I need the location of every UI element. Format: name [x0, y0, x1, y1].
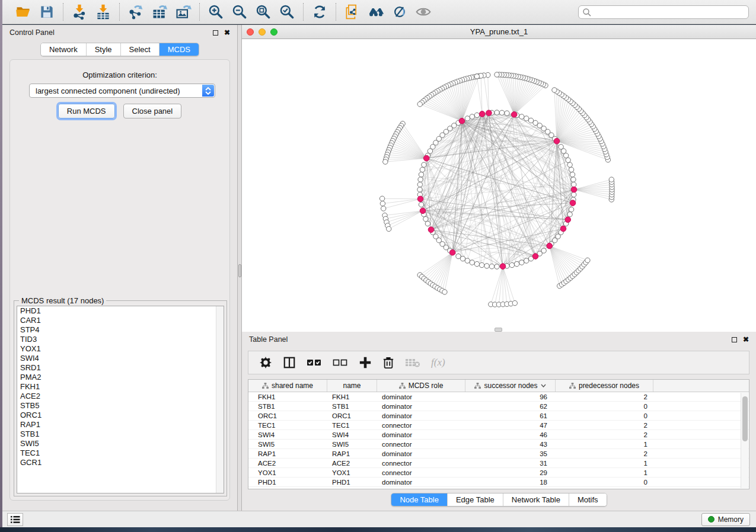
mcds-result-item[interactable]: RAP1 [17, 420, 224, 430]
delete-trash-icon[interactable] [382, 356, 394, 369]
cell-predecessor-nodes[interactable]: 2 [556, 449, 653, 458]
table-row[interactable]: ORC1ORC1dominator610 [248, 411, 749, 421]
settings-gear-icon[interactable] [259, 356, 272, 369]
tab-motifs[interactable]: Motifs [569, 493, 607, 506]
search-network-icon[interactable] [366, 3, 386, 21]
export-image-icon[interactable] [173, 3, 193, 21]
mcds-result-item[interactable]: FKH1 [17, 382, 224, 392]
column-header-predecessor-nodes[interactable]: predecessor nodes [556, 380, 653, 392]
cell-MCDS-role[interactable]: connector [377, 440, 465, 448]
vertical-splitter[interactable] [237, 25, 242, 511]
mcds-result-item[interactable]: SWI5 [17, 439, 224, 448]
cell-name[interactable]: YOX1 [327, 468, 377, 477]
cell-MCDS-role[interactable]: dominator [377, 392, 465, 401]
cell-shared-name[interactable]: ACE2 [248, 459, 327, 467]
column-header-MCDS-role[interactable]: MCDS role [377, 380, 465, 392]
column-header-shared-name[interactable]: shared name [248, 380, 327, 392]
table-row[interactable]: YOX1YOX1connector291 [248, 468, 749, 477]
cell-successor-nodes[interactable]: 46 [465, 430, 556, 439]
mcds-result-item[interactable]: TEC1 [17, 448, 224, 458]
table-scrollbar-thumb[interactable] [742, 396, 748, 441]
cell-shared-name[interactable]: TEC1 [248, 421, 327, 430]
export-table-icon[interactable] [149, 3, 170, 21]
cell-MCDS-role[interactable]: dominator [377, 449, 465, 458]
mcds-result-item[interactable]: ORC1 [17, 411, 224, 420]
cell-MCDS-role[interactable]: dominator [377, 430, 465, 439]
mcds-result-item[interactable]: GCR1 [17, 458, 224, 467]
zoom-fit-icon[interactable] [253, 3, 273, 21]
horizontal-splitter-handle[interactable] [495, 328, 502, 332]
search-input[interactable] [578, 5, 749, 19]
network-window-titlebar[interactable]: YPA_prune.txt_1 [242, 25, 756, 39]
column-layout-icon[interactable] [283, 356, 296, 369]
mcds-result-item[interactable]: PHD1 [17, 306, 224, 316]
add-plus-icon[interactable] [359, 356, 372, 369]
mcds-result-item[interactable]: STP4 [17, 325, 224, 335]
table-row[interactable]: STB1STB1dominator620 [248, 402, 749, 411]
cell-successor-nodes[interactable]: 35 [465, 449, 556, 458]
cell-MCDS-role[interactable]: connector [377, 468, 465, 477]
cell-predecessor-nodes[interactable]: 1 [556, 440, 653, 448]
criterion-dropdown[interactable]: largest connected component (undirected) [29, 84, 215, 98]
cell-shared-name[interactable]: RAP1 [248, 449, 327, 458]
table-row[interactable]: RAP1RAP1dominator352 [248, 449, 749, 459]
run-mcds-button[interactable]: Run MCDS [58, 104, 115, 118]
tab-select[interactable]: Select [121, 43, 160, 56]
task-history-button[interactable] [7, 513, 23, 526]
cell-MCDS-role[interactable]: dominator [377, 477, 465, 486]
cell-name[interactable]: ACE2 [327, 459, 377, 467]
mcds-result-item[interactable]: CAR1 [17, 316, 224, 325]
table-row[interactable]: SWI4SWI4dominator462 [248, 430, 749, 440]
cell-successor-nodes[interactable]: 29 [465, 468, 556, 477]
export-network-icon[interactable] [126, 3, 146, 21]
mcds-result-list[interactable]: PHD1CAR1STP4TID3YOX1SWI4SRD1PMA2FKH1ACE2… [17, 306, 224, 493]
cell-MCDS-role[interactable]: dominator [377, 402, 465, 411]
tab-network-table[interactable]: Network Table [503, 493, 569, 506]
mcds-list-scrollbar[interactable] [216, 306, 224, 493]
float-table-panel-icon[interactable] [732, 337, 737, 342]
deselect-all-checks-icon[interactable] [333, 358, 348, 367]
cell-name[interactable]: SWI4 [327, 430, 377, 439]
float-panel-icon[interactable] [213, 30, 218, 36]
close-panel-icon[interactable]: ✖ [224, 30, 230, 36]
mcds-result-item[interactable]: YOX1 [17, 344, 224, 354]
hide-glasses-icon[interactable] [390, 3, 410, 21]
zoom-selected-icon[interactable] [277, 3, 297, 21]
column-header-successor-nodes[interactable]: successor nodes [465, 380, 556, 392]
table-row[interactable]: SWI5SWI5connector431 [248, 440, 749, 449]
node-table[interactable]: shared namenameMCDS rolesuccessor nodesp… [248, 379, 749, 489]
import-table-icon[interactable] [93, 3, 113, 21]
splitter-handle[interactable] [238, 264, 241, 277]
cell-predecessor-nodes[interactable]: 0 [556, 411, 653, 420]
clone-network-icon[interactable] [342, 3, 362, 21]
mcds-result-item[interactable]: SWI4 [17, 354, 224, 363]
cell-predecessor-nodes[interactable]: 0 [556, 477, 653, 486]
cell-predecessor-nodes[interactable]: 0 [556, 402, 653, 411]
cell-predecessor-nodes[interactable]: 1 [556, 468, 653, 477]
mcds-result-item[interactable]: ACE2 [17, 392, 224, 401]
close-panel-button[interactable]: Close panel [123, 104, 182, 118]
cell-shared-name[interactable]: STB1 [248, 402, 327, 411]
table-row[interactable]: ACE2ACE2connector311 [248, 459, 749, 468]
table-row[interactable]: TEC1TEC1connector472 [248, 421, 749, 430]
import-network-icon[interactable] [69, 3, 90, 21]
cell-name[interactable]: ORC1 [327, 411, 377, 420]
open-folder-icon[interactable] [13, 3, 33, 21]
cell-MCDS-role[interactable]: dominator [377, 411, 465, 420]
table-row[interactable]: PHD1PHD1dominator180 [248, 477, 749, 487]
cell-shared-name[interactable]: SWI5 [248, 440, 327, 448]
mcds-result-item[interactable]: STB5 [17, 401, 224, 411]
select-all-checks-icon[interactable] [307, 358, 322, 367]
cell-successor-nodes[interactable]: 96 [465, 392, 556, 401]
table-row[interactable]: FKH1FKH1dominator962 [248, 392, 749, 402]
cell-name[interactable]: STB1 [327, 402, 377, 411]
tab-edge-table[interactable]: Edge Table [448, 493, 503, 506]
cell-successor-nodes[interactable]: 47 [465, 421, 556, 430]
cell-name[interactable]: PHD1 [327, 477, 377, 486]
cell-shared-name[interactable]: YOX1 [248, 468, 327, 477]
cell-successor-nodes[interactable]: 62 [465, 402, 556, 411]
cell-predecessor-nodes[interactable]: 1 [556, 459, 653, 467]
cell-shared-name[interactable]: ORC1 [248, 411, 327, 420]
cell-predecessor-nodes[interactable]: 2 [556, 392, 653, 401]
close-table-panel-icon[interactable]: ✖ [743, 337, 749, 342]
